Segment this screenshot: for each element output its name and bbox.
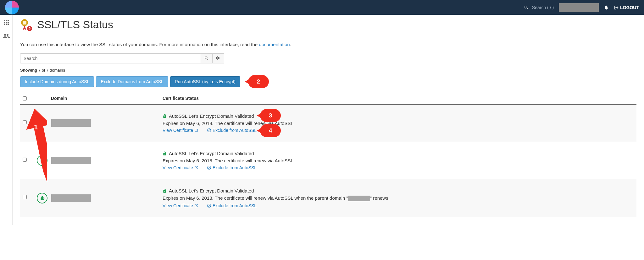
cert-status-text: AutoSSL Let's Encrypt Domain Validated [169,151,254,156]
svg-text:?: ? [28,27,31,31]
run-autossl-button[interactable]: Run AutoSSL (by Lets Encrypt) [170,76,240,87]
search-icon [204,56,209,61]
page-title: SSL/TLS Status [37,19,113,31]
gear-icon [216,56,221,61]
header-status: Certificate Status [163,96,634,101]
logo [5,1,19,14]
apps-icon[interactable] [3,19,10,26]
exclude-from-autossl-link[interactable]: Exclude from AutoSSL [207,165,257,170]
expires-text: Expires on May 6, 2018. The certificate … [163,121,634,126]
bell-icon[interactable] [604,5,609,10]
header-domain: Domain [34,96,163,101]
annotation-callout-2: 2 [248,75,269,88]
table-row: AutoSSL Let's Encrypt Domain Validated E… [20,142,636,179]
logout-label: LOGOUT [620,5,639,10]
main-content: ? SSL/TLS Status You can use this interf… [13,15,644,225]
lock-icon [163,189,167,193]
exclude-domains-button[interactable]: Exclude Domains from AutoSSL [96,76,168,87]
view-certificate-link[interactable]: View Certificate [163,203,198,208]
domain-name [51,157,91,164]
logout-icon [614,5,619,10]
sidebar [0,15,13,225]
domain-name [51,194,91,202]
select-all-checkbox[interactable] [23,96,27,100]
table-header: Domain Certificate Status [20,93,636,105]
top-search-label[interactable]: Search ( / ) [532,5,554,10]
annotation-arrow-1: 1 [22,109,47,210]
lock-icon [163,114,167,118]
intro-text: You can use this interface to view the S… [20,42,636,47]
prohibit-icon [207,203,211,208]
table-row: AutoSSL Let's Encrypt Domain Validated E… [20,179,636,217]
annotation-callout-1: 1 [34,123,38,131]
parent-domain-placeholder [348,196,370,201]
view-certificate-link[interactable]: View Certificate [163,128,198,133]
include-domains-button[interactable]: Include Domains during AutoSSL [20,76,94,87]
exclude-from-autossl-link[interactable]: Exclude from AutoSSL [207,128,257,133]
table-row: AutoSSL Let's Encrypt Domain Validated 3… [20,105,636,142]
search-icon[interactable] [524,5,529,10]
svg-rect-1 [23,21,26,24]
annotation-callout-4: 4 [260,124,281,137]
search-row [20,53,636,63]
external-link-icon [194,166,198,170]
annotation-callout-3: 3 [260,109,281,122]
external-link-icon [194,128,198,132]
expires-text: Expires on May 6, 2018. The certificate … [163,158,634,163]
topbar: Search ( / ) LOGOUT [0,0,644,15]
user-menu[interactable] [559,3,599,12]
search-input[interactable] [20,53,201,63]
domain-name [51,119,91,127]
logout-button[interactable]: LOGOUT [614,5,639,10]
cert-status-text: AutoSSL Let's Encrypt Domain Validated [169,113,254,119]
view-certificate-link[interactable]: View Certificate [163,165,198,170]
settings-button[interactable] [213,53,224,63]
domains-table: Domain Certificate Status AutoSSL Let's … [20,93,636,217]
cert-status-text: AutoSSL Let's Encrypt Domain Validated [169,188,254,193]
lock-icon [163,151,167,156]
prohibit-icon [207,128,211,133]
expires-text: Expires on May 6, 2018. The certificate … [163,195,634,201]
prohibit-icon [207,165,211,170]
page-header: ? SSL/TLS Status [20,18,636,36]
ssl-page-icon: ? [20,18,33,31]
top-search: Search ( / ) [524,5,554,10]
button-row: Include Domains during AutoSSL Exclude D… [20,76,636,87]
search-button[interactable] [201,53,213,63]
users-icon[interactable] [3,32,10,40]
exclude-from-autossl-link[interactable]: Exclude from AutoSSL [207,203,257,208]
showing-count: Showing 7 of 7 domains [20,68,636,73]
documentation-link[interactable]: documentation [259,42,290,47]
external-link-icon [194,204,198,208]
